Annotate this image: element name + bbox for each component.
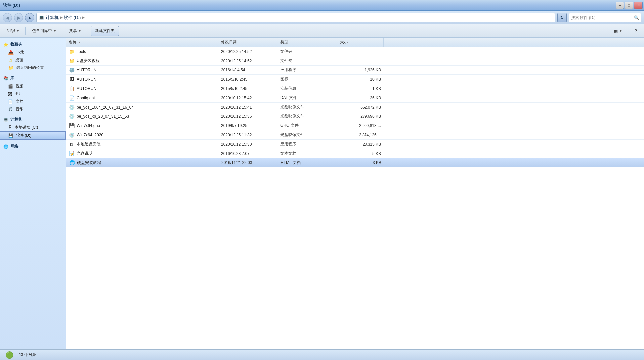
file-date-cell: 2019/9/7 19:25 — [218, 123, 278, 128]
file-icon: 💾 — [69, 123, 75, 128]
toolbar-sep-3 — [88, 27, 88, 35]
table-row[interactable]: ⚙️ AUTORUN 2016/1/8 4:54 应用程序 1,926 KB — [66, 66, 644, 75]
file-name-label: 本地硬盘安装 — [77, 141, 101, 147]
file-name-cell: 💿 pe_yqs_xp_20_07_31_15_53 — [66, 114, 218, 119]
table-row[interactable]: 💿 pe_yqs_1064_20_07_31_16_04 2020/10/12 … — [66, 103, 644, 112]
file-size-cell: 10 KB — [337, 77, 384, 82]
file-date-cell: 2020/10/12 15:42 — [218, 96, 278, 100]
toolbar-sep-4 — [628, 27, 628, 35]
maximize-button[interactable]: □ — [625, 2, 633, 9]
desktop-icon: 🖥 — [8, 58, 13, 63]
include-library-button[interactable]: 包含到库中 ▼ — [28, 26, 60, 36]
sidebar-library-title[interactable]: 📚 库 — [0, 74, 66, 82]
organize-dropdown-arrow: ▼ — [16, 29, 19, 33]
table-row[interactable]: 📁 Tools 2020/12/25 14:52 文件夹 — [66, 47, 644, 56]
table-row[interactable]: 🖼 AUTORUN 2015/5/10 2:45 图标 10 KB — [66, 75, 644, 84]
help-button[interactable]: ? — [631, 26, 641, 36]
breadcrumb-computer[interactable]: 计算机 — [46, 15, 59, 21]
table-row[interactable]: 🌐 硬盘安装教程 2016/11/21 22:03 HTML 文档 3 KB — [66, 158, 644, 167]
sidebar-item-video[interactable]: 🎬 视频 — [0, 82, 66, 90]
file-type-cell: 文件夹 — [278, 58, 337, 64]
sidebar-item-drive-c[interactable]: 🗄 本地磁盘 (C:) — [0, 124, 66, 131]
table-row[interactable]: 📝 光盘说明 2016/10/23 7:07 文本文档 5 KB — [66, 149, 644, 158]
file-icon: 🖥 — [69, 142, 75, 147]
up-button[interactable]: ▲ — [25, 13, 34, 22]
file-size-cell: 5 KB — [337, 151, 384, 156]
file-name-label: AUTORUN — [77, 77, 96, 82]
back-button[interactable]: ◀ — [3, 13, 12, 22]
file-name-label: pe_yqs_1064_20_07_31_16_04 — [77, 105, 134, 110]
sidebar-computer-section: 💻 计算机 🗄 本地磁盘 (C:) 💾 软件 (D:) — [0, 115, 66, 140]
search-icon: 🔍 — [634, 15, 639, 20]
file-name-cell: 🌐 硬盘安装教程 — [66, 160, 219, 166]
refresh-button[interactable]: ↻ — [557, 13, 567, 22]
sidebar-favorites-title[interactable]: ⭐ 收藏夹 — [0, 40, 66, 49]
table-row[interactable]: 🖥 本地硬盘安装 2020/10/12 15:30 应用程序 28,315 KB — [66, 140, 644, 149]
sidebar-item-document[interactable]: 📄 文档 — [0, 98, 66, 105]
download-icon: 📥 — [8, 50, 14, 55]
file-size-cell: 1,926 KB — [337, 68, 384, 72]
breadcrumb-drive[interactable]: 软件 (D:) — [64, 15, 81, 21]
file-type-cell: 光盘映像文件 — [278, 113, 337, 119]
col-header-type[interactable]: 类型 — [278, 38, 337, 47]
recent-icon: 📁 — [8, 65, 14, 70]
organize-button[interactable]: 组织 ▼ — [3, 26, 23, 36]
file-type-cell: DAT 文件 — [278, 95, 337, 101]
file-name-label: pe_yqs_xp_20_07_31_15_53 — [77, 114, 129, 119]
table-row[interactable]: 💾 Win7x64.gho 2019/9/7 19:25 GHO 文件 2,90… — [66, 121, 644, 130]
library-icon: 📚 — [3, 76, 8, 81]
sidebar-item-music[interactable]: 🎵 音乐 — [0, 105, 66, 113]
view-button[interactable]: ▦ ▼ — [610, 26, 625, 36]
file-icon: 🖼 — [69, 77, 75, 82]
minimize-button[interactable]: ─ — [616, 2, 624, 9]
sidebar-item-desktop[interactable]: 🖥 桌面 — [0, 56, 66, 64]
share-dropdown-arrow: ▼ — [78, 29, 81, 33]
music-icon: 🎵 — [8, 107, 13, 112]
col-header-name[interactable]: 名称 ▲ — [66, 38, 218, 47]
close-button[interactable]: ✕ — [634, 2, 643, 9]
sidebar-favorites-section: ⭐ 收藏夹 📥 下载 🖥 桌面 📁 最近访问的位置 — [0, 40, 66, 71]
file-size-cell: 36 KB — [337, 96, 384, 100]
sidebar-network-title[interactable]: 🌐 网络 — [0, 142, 66, 151]
main-area: ⭐ 收藏夹 📥 下载 🖥 桌面 📁 最近访问的位置 📚 库 — [0, 38, 644, 349]
table-row[interactable]: 💿 Win7x64_2020 2020/12/25 11:32 光盘映像文件 3… — [66, 130, 644, 140]
status-text: 13 个对象 — [19, 352, 36, 358]
table-row[interactable]: 📋 AUTORUN 2015/5/10 2:45 安装信息 1 KB — [66, 84, 644, 93]
sidebar: ⭐ 收藏夹 📥 下载 🖥 桌面 📁 最近访问的位置 📚 库 — [0, 38, 66, 349]
sidebar-item-drive-d[interactable]: 💾 软件 (D:) — [0, 131, 66, 140]
file-icon: 📁 — [69, 58, 75, 64]
new-folder-button[interactable]: 新建文件夹 — [91, 26, 119, 36]
file-name-label: Win7x64.gho — [77, 123, 100, 128]
file-date-cell: 2020/12/25 14:52 — [218, 59, 278, 63]
table-row[interactable]: 💿 pe_yqs_xp_20_07_31_15_53 2020/10/12 15… — [66, 112, 644, 121]
sidebar-network-section: 🌐 网络 — [0, 142, 66, 151]
file-date-cell: 2015/5/10 2:45 — [218, 86, 278, 91]
col-header-date[interactable]: 修改日期 — [218, 38, 278, 47]
title-bar-title: 软件 (D:) — [3, 2, 20, 8]
file-name-cell: 📝 光盘说明 — [66, 151, 218, 156]
file-size-cell: 3,874,126 ... — [337, 133, 384, 137]
file-size-cell: 3 KB — [338, 160, 384, 165]
breadcrumb-bar: 💻 计算机 ▶ 软件 (D:) ▶ — [36, 13, 555, 22]
network-icon: 🌐 — [3, 144, 8, 149]
forward-button[interactable]: ▶ — [14, 13, 23, 22]
sidebar-computer-title[interactable]: 💻 计算机 — [0, 115, 66, 124]
drive-d-icon: 💾 — [8, 133, 13, 138]
table-row[interactable]: 📁 U盘安装教程 2020/12/25 14:52 文件夹 — [66, 56, 644, 66]
file-date-cell: 2016/10/23 7:07 — [218, 151, 278, 156]
file-type-cell: 光盘映像文件 — [278, 132, 337, 138]
table-row[interactable]: 📄 Config.dat 2020/10/12 15:42 DAT 文件 36 … — [66, 93, 644, 103]
col-header-size[interactable]: 大小 — [337, 38, 384, 47]
search-input[interactable] — [571, 15, 633, 20]
file-type-cell: 文件夹 — [278, 49, 337, 54]
file-type-cell: 光盘映像文件 — [278, 104, 337, 110]
sidebar-item-picture[interactable]: 🖼 图片 — [0, 90, 66, 98]
share-button[interactable]: 共享 ▼ — [65, 26, 85, 36]
file-name-label: 硬盘安装教程 — [77, 160, 101, 166]
search-bar: 🔍 — [569, 13, 641, 22]
sidebar-item-recent[interactable]: 📁 最近访问的位置 — [0, 64, 66, 71]
sidebar-item-download[interactable]: 📥 下载 — [0, 49, 66, 56]
file-icon: 📋 — [69, 86, 75, 91]
video-icon: 🎬 — [8, 84, 13, 89]
file-date-cell: 2020/12/25 14:52 — [218, 49, 278, 54]
